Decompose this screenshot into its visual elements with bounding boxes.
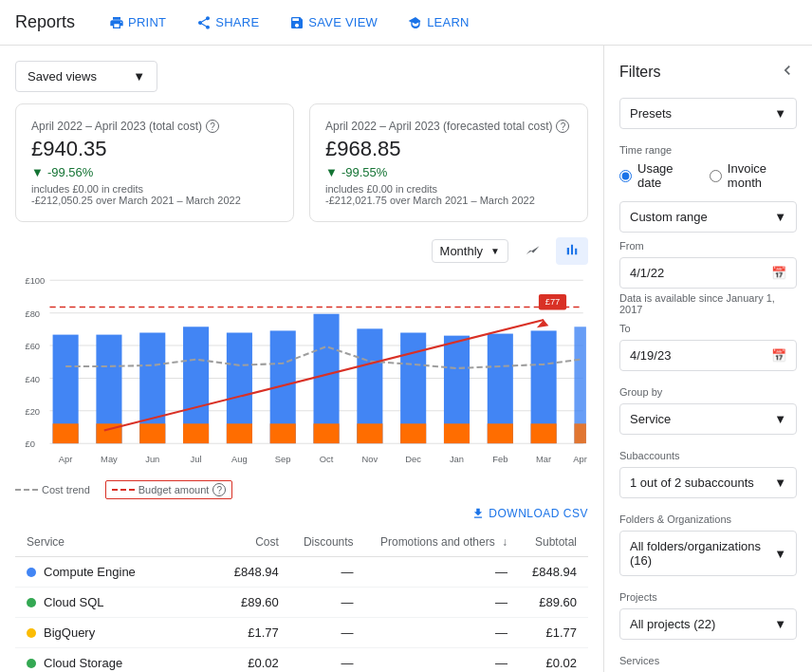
cost-cell: £1.77 bbox=[221, 618, 290, 648]
svg-rect-30 bbox=[357, 423, 382, 443]
presets-section: Presets ▼ bbox=[619, 98, 797, 129]
line-chart-button[interactable] bbox=[516, 237, 548, 265]
from-label: From bbox=[619, 240, 797, 252]
download-icon bbox=[471, 507, 485, 520]
group-by-chevron-icon: ▼ bbox=[774, 412, 786, 426]
help-icon-budget[interactable]: ? bbox=[212, 483, 226, 496]
cost-cell: £848.94 bbox=[221, 557, 290, 588]
cost-cell: £89.60 bbox=[221, 588, 290, 618]
folders-select[interactable]: All folders/organizations (16) ▼ bbox=[619, 531, 797, 576]
help-icon-1[interactable]: ? bbox=[556, 120, 569, 133]
projects-label: Projects bbox=[619, 591, 797, 603]
saved-views-select[interactable]: Saved views ▼ bbox=[15, 61, 157, 92]
usage-date-input[interactable] bbox=[619, 170, 632, 182]
time-range-label: Time range bbox=[619, 144, 797, 156]
card-total-cost: April 2022 – April 2023 (total cost) ? £… bbox=[15, 103, 294, 222]
subaccounts-label: Subaccounts bbox=[619, 450, 797, 461]
svg-text:£40: £40 bbox=[25, 375, 40, 384]
main-content: Saved views ▼ April 2022 – April 2023 (t… bbox=[0, 46, 603, 672]
print-button[interactable]: PRINT bbox=[98, 9, 177, 36]
svg-text:£77: £77 bbox=[545, 297, 561, 307]
promotions-cell: — bbox=[365, 618, 519, 648]
monthly-chevron-icon: ▼ bbox=[490, 246, 500, 256]
svg-text:Oct: Oct bbox=[320, 455, 334, 464]
service-name: Cloud SQL bbox=[44, 595, 104, 609]
learn-button[interactable]: LEARN bbox=[397, 9, 481, 36]
to-date-input[interactable]: 4/19/23 📅 bbox=[619, 340, 797, 371]
invoice-month-radio[interactable]: Invoice month bbox=[710, 161, 797, 190]
service-cell: Compute Engine bbox=[15, 557, 221, 588]
service-cell: Cloud SQL bbox=[15, 588, 221, 618]
share-button[interactable]: SHARE bbox=[185, 9, 270, 36]
promotions-cell: — bbox=[365, 588, 519, 618]
time-range-section: Time range Usage date Invoice month Cust… bbox=[619, 144, 797, 371]
svg-text:£20: £20 bbox=[25, 407, 40, 417]
group-by-select[interactable]: Service ▼ bbox=[619, 403, 797, 435]
col-discounts: Discounts bbox=[290, 528, 365, 557]
service-color-dot bbox=[27, 659, 36, 668]
presets-chevron-icon: ▼ bbox=[774, 106, 786, 121]
subaccounts-select[interactable]: 1 out of 2 subaccounts ▼ bbox=[619, 467, 797, 498]
subtotal-cell: £848.94 bbox=[519, 557, 588, 588]
service-color-dot bbox=[27, 628, 36, 638]
card-amount-1: £968.85 bbox=[325, 137, 572, 161]
from-date-input[interactable]: 4/1/22 📅 bbox=[619, 257, 797, 289]
subaccounts-chevron-icon: ▼ bbox=[774, 476, 786, 490]
svg-rect-40 bbox=[574, 423, 585, 443]
card-change-0: ▼ -99.56% bbox=[31, 165, 278, 179]
services-section: Services All services (14) ▼ bbox=[619, 655, 797, 672]
svg-rect-34 bbox=[444, 423, 470, 443]
svg-text:Sep: Sep bbox=[275, 455, 291, 464]
service-name: Compute Engine bbox=[44, 565, 136, 579]
time-range-radio-group: Usage date Invoice month bbox=[619, 161, 797, 190]
promotions-cell: — bbox=[365, 648, 519, 672]
col-subtotal: Subtotal bbox=[519, 528, 588, 557]
card-sub-0: includes £0.00 in credits bbox=[31, 183, 278, 195]
presets-select[interactable]: Presets ▼ bbox=[619, 98, 797, 129]
table-row: Cloud SQL £89.60 — — £89.60 bbox=[15, 588, 588, 618]
custom-range-select[interactable]: Custom range ▼ bbox=[619, 201, 797, 233]
invoice-month-input[interactable] bbox=[710, 170, 722, 182]
chart-legend: Cost trend Budget amount ? bbox=[15, 480, 588, 499]
svg-rect-36 bbox=[488, 423, 513, 443]
card-sub-1: includes £0.00 in credits bbox=[325, 183, 572, 195]
service-name: Cloud Storage bbox=[44, 656, 122, 670]
table-row: Cloud Storage £0.02 — — £0.02 bbox=[15, 648, 588, 672]
app-header: Reports PRINT SHARE SAVE VIEW LEARN bbox=[0, 0, 812, 46]
discounts-cell: — bbox=[290, 648, 365, 672]
chart-controls: Monthly ▼ bbox=[15, 237, 588, 265]
print-icon bbox=[109, 15, 124, 30]
discounts-cell: — bbox=[290, 618, 365, 648]
help-icon-0[interactable]: ? bbox=[206, 120, 219, 133]
services-label: Services bbox=[619, 655, 797, 666]
card-forecasted-cost: April 2022 – April 2023 (forecasted tota… bbox=[309, 103, 588, 222]
folders-label: Folders & Organizations bbox=[619, 513, 797, 525]
download-csv-button[interactable]: DOWNLOAD CSV bbox=[471, 507, 588, 520]
svg-rect-26 bbox=[270, 423, 296, 443]
bar-chart-button[interactable] bbox=[556, 237, 588, 265]
svg-text:Jun: Jun bbox=[145, 455, 159, 464]
save-view-button[interactable]: SAVE VIEW bbox=[278, 9, 389, 36]
arrow-down-icon-0: ▼ bbox=[31, 165, 44, 179]
svg-text:Aug: Aug bbox=[231, 455, 248, 464]
svg-text:Jul: Jul bbox=[191, 455, 202, 464]
service-cell: BigQuery bbox=[15, 618, 221, 648]
svg-text:£60: £60 bbox=[25, 342, 40, 351]
svg-text:Apr: Apr bbox=[573, 455, 587, 464]
svg-text:Jan: Jan bbox=[450, 455, 464, 464]
col-service: Service bbox=[15, 528, 221, 557]
svg-text:£80: £80 bbox=[25, 309, 40, 319]
calendar-icon-from: 📅 bbox=[771, 266, 786, 280]
share-icon bbox=[196, 15, 212, 30]
card-change-1: ▼ -99.55% bbox=[325, 165, 572, 179]
monthly-select[interactable]: Monthly ▼ bbox=[432, 239, 508, 263]
filters-collapse-button[interactable] bbox=[778, 61, 797, 83]
filters-title: Filters bbox=[619, 64, 661, 81]
promotions-cell: — bbox=[365, 557, 519, 588]
usage-date-radio[interactable]: Usage date bbox=[619, 161, 694, 190]
card-title-0: April 2022 – April 2023 (total cost) ? bbox=[31, 120, 278, 133]
service-cell: Cloud Storage bbox=[15, 648, 221, 672]
projects-select[interactable]: All projects (22) ▼ bbox=[619, 608, 797, 640]
legend-budget-amount: Budget amount ? bbox=[105, 480, 233, 499]
bar-chart-svg: £100 £80 £60 £40 £20 £0 £77 bbox=[15, 272, 588, 470]
